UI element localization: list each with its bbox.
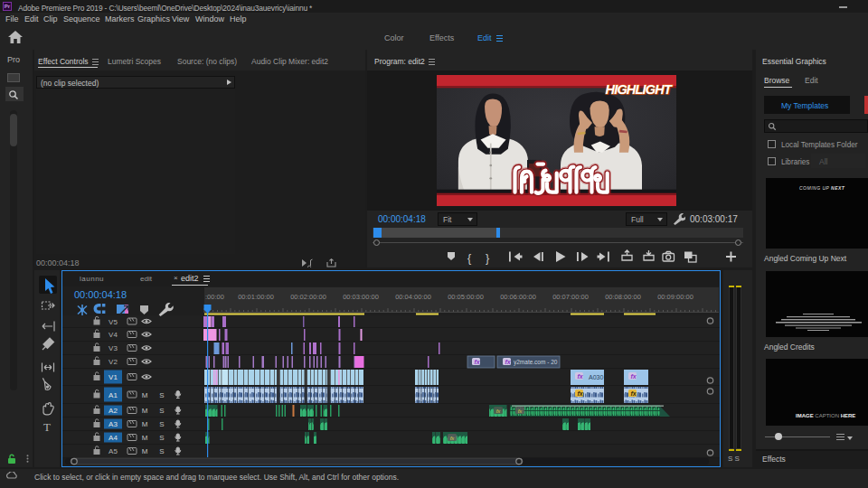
svg-text:}: }: [486, 252, 489, 265]
svg-text:{: {: [467, 252, 471, 265]
svg-text:HIGHLIGHT: HIGHLIGHT: [606, 82, 673, 97]
svg-text:T: T: [43, 420, 51, 434]
